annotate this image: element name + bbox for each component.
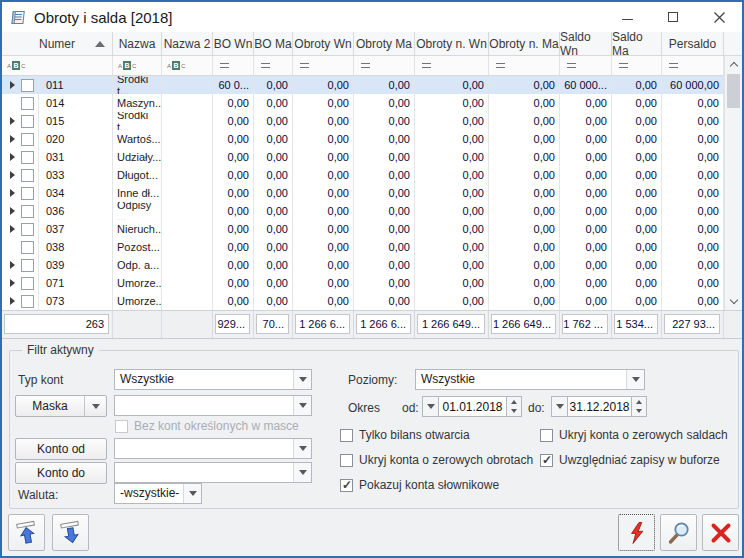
row-expander-icon[interactable] (10, 189, 15, 197)
konto-od-input[interactable] (114, 438, 312, 459)
waluta-select[interactable]: -wszystkie- (114, 483, 202, 504)
row-expander-icon[interactable] (10, 153, 15, 161)
calendar-dropdown-button[interactable] (422, 396, 439, 417)
checkbox-ukryj-zerowe-obroty[interactable]: Ukryj konta o zerowych obrotach (340, 453, 533, 467)
col-header-obroty-n-wn[interactable]: Obroty n. Wn (415, 32, 489, 55)
col-filter-numer[interactable]: ABC (2, 56, 113, 75)
row-expander-icon[interactable] (10, 261, 15, 269)
col-header-obroty-wn[interactable]: Obroty Wn (293, 32, 354, 55)
grid-row-020[interactable]: 020Wartoś...0,000,000,000,000,000,000,00… (2, 130, 742, 148)
row-checkbox[interactable] (21, 295, 34, 308)
col-filter-nazwa-2[interactable]: ABC (162, 56, 213, 75)
cancel-button[interactable] (702, 514, 739, 551)
minimize-button[interactable] (604, 2, 650, 32)
row-checkbox[interactable] (21, 133, 34, 146)
checkbox-box[interactable] (340, 429, 353, 442)
konto-do-button[interactable]: Konto do (15, 462, 107, 484)
okres-do-spinner[interactable] (632, 396, 647, 417)
typ-kont-select[interactable]: Wszystkie (114, 369, 312, 390)
col-filter-obroty-n-wn[interactable] (415, 56, 489, 75)
col-header-saldo-ma[interactable]: Saldo Ma (612, 32, 662, 55)
grid-row-073[interactable]: 073Umorze...0,000,000,000,000,000,000,00… (2, 292, 742, 310)
maximize-button[interactable] (650, 2, 696, 32)
konto-do-input[interactable] (114, 462, 312, 483)
row-expander-icon[interactable] (10, 225, 15, 233)
row-checkbox[interactable] (21, 259, 34, 272)
checkbox-uwzgledniac-bufor[interactable]: Uwzględniać zapisy w buforze (540, 453, 720, 467)
okres-od-spinner[interactable] (507, 396, 522, 417)
row-checkbox[interactable] (21, 169, 34, 182)
grid-row-039[interactable]: 039Odp. a...0,000,000,000,000,000,000,00… (2, 256, 742, 274)
col-filter-persaldo[interactable] (662, 56, 724, 75)
col-header-nazwa-2[interactable]: Nazwa 2 (162, 32, 213, 55)
row-expander-icon[interactable] (10, 297, 15, 305)
checkbox-box[interactable] (540, 454, 553, 467)
grid-row-038[interactable]: 038Pozost...0,000,000,000,000,000,000,00… (2, 238, 742, 256)
col-filter-bo-wn[interactable] (213, 56, 254, 75)
recalculate-button[interactable] (618, 514, 655, 551)
col-header-persaldo[interactable]: Persaldo (662, 32, 724, 55)
chevron-down-icon[interactable] (293, 396, 311, 415)
find-button[interactable] (660, 514, 697, 551)
row-expander-icon[interactable] (10, 135, 15, 143)
scroll-up-button[interactable] (725, 56, 742, 73)
grid-row-014[interactable]: 014Maszyn...0,000,000,000,000,000,000,00… (2, 94, 742, 112)
okres-do-input[interactable]: 31.12.2018 (568, 396, 632, 417)
chevron-down-icon[interactable] (626, 370, 644, 389)
col-filter-obroty-ma[interactable] (354, 56, 415, 75)
row-expander-icon[interactable] (10, 117, 15, 125)
checkbox-ukryj-zerowe-salda[interactable]: Ukryj konta o zerowych saldach (540, 428, 728, 442)
vertical-scrollbar[interactable] (724, 56, 742, 310)
grid-row-034[interactable]: 034Inne dł...0,000,000,000,000,000,000,0… (2, 184, 742, 202)
grid-row-037[interactable]: 037Nieruch...0,000,000,000,000,000,000,0… (2, 220, 742, 238)
col-filter-obroty-n-ma[interactable] (489, 56, 560, 75)
collapse-all-button[interactable] (8, 514, 45, 551)
poziomy-select[interactable]: Wszystkie (415, 369, 645, 390)
calendar-dropdown-button[interactable] (551, 396, 568, 417)
col-header-numer[interactable]: Numer (2, 32, 113, 55)
col-header-bo-ma[interactable]: BO Ma (254, 32, 293, 55)
chevron-down-icon[interactable] (84, 396, 106, 416)
col-header-saldo-wn[interactable]: Saldo Wn (560, 32, 612, 55)
col-filter-saldo-wn[interactable] (560, 56, 612, 75)
row-checkbox[interactable] (21, 223, 34, 236)
grid-row-031[interactable]: 031Udziały...0,000,000,000,000,000,000,0… (2, 148, 742, 166)
close-button[interactable] (696, 2, 742, 32)
grid-row-011[interactable]: 011Środki t...60 0...0,000,000,000,000,0… (2, 76, 742, 94)
grid-row-033[interactable]: 033Długot...0,000,000,000,000,000,000,00… (2, 166, 742, 184)
row-checkbox[interactable] (21, 205, 34, 218)
expand-all-button[interactable] (52, 514, 89, 551)
col-header-obroty-n-ma[interactable]: Obroty n. Ma (489, 32, 560, 55)
col-filter-nazwa[interactable]: ABC (113, 56, 162, 75)
konto-od-button[interactable]: Konto od (15, 438, 107, 460)
col-header-nazwa[interactable]: Nazwa (113, 32, 162, 55)
row-checkbox[interactable] (21, 151, 34, 164)
checkbox-tylko-bilans-otwarcia[interactable]: Tylko bilans otwarcia (340, 428, 470, 442)
row-checkbox[interactable] (21, 187, 34, 200)
row-checkbox[interactable] (21, 277, 34, 290)
chevron-down-icon[interactable] (183, 484, 201, 503)
scroll-down-button[interactable] (725, 293, 742, 310)
scrollbar-thumb[interactable] (727, 74, 740, 108)
col-filter-obroty-wn[interactable] (293, 56, 354, 75)
chevron-down-icon[interactable] (293, 370, 311, 389)
checkbox-box[interactable] (540, 429, 553, 442)
grid-row-036[interactable]: 036Odpisy ...0,000,000,000,000,000,000,0… (2, 202, 742, 220)
row-checkbox[interactable] (21, 241, 34, 254)
row-expander-icon[interactable] (10, 81, 15, 89)
grid-row-015[interactable]: 015Środki t...0,000,000,000,000,000,000,… (2, 112, 742, 130)
checkbox-box[interactable] (340, 479, 353, 492)
chevron-down-icon[interactable] (293, 439, 311, 458)
okres-od-date[interactable]: 01.01.2018 (422, 396, 522, 417)
col-header-bo-wn[interactable]: BO Wn (213, 32, 254, 55)
okres-od-input[interactable]: 01.01.2018 (439, 396, 507, 417)
row-expander-icon[interactable] (10, 279, 15, 287)
maska-input[interactable] (114, 395, 312, 416)
maska-button[interactable]: Maska (15, 395, 107, 417)
okres-do-date[interactable]: 31.12.2018 (551, 396, 647, 417)
row-checkbox[interactable] (21, 79, 34, 92)
row-expander-icon[interactable] (10, 171, 15, 179)
col-filter-bo-ma[interactable] (254, 56, 293, 75)
checkbox-pokazuj-konta-slownikowe[interactable]: Pokazuj konta słownikowe (340, 478, 499, 492)
row-checkbox[interactable] (21, 97, 34, 110)
